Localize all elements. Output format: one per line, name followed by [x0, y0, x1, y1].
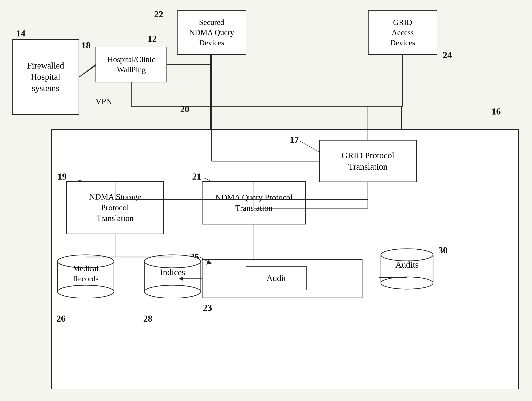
ref-28: 28: [143, 313, 152, 324]
ref-12: 12: [148, 34, 157, 44]
grid-protocol-label: GRID ProtocolTranslation: [342, 150, 394, 173]
audits-cylinder: Audits: [379, 245, 435, 304]
vpn-label: VPN: [95, 97, 112, 106]
medical-records-label: MedicalRecords: [55, 264, 116, 284]
audits-label: Audits: [379, 259, 435, 271]
ndma-query-devices-label: SecuredNDMA QueryDevices: [189, 17, 234, 48]
ndma-query-devices-box: SecuredNDMA QueryDevices: [177, 10, 246, 55]
ref-14: 14: [16, 28, 25, 39]
ref-20: 20: [180, 104, 189, 115]
svg-line-0: [79, 64, 98, 77]
grid-access-devices-label: GRIDAccessDevices: [390, 17, 415, 48]
firewalled-hospital-label: Firewalled Hospital systems: [27, 60, 64, 94]
wallplug-box: Hospital/ClinicWallPlug: [95, 47, 167, 82]
svg-line-36: [79, 65, 95, 77]
svg-point-34: [381, 277, 433, 289]
ref-16: 16: [492, 106, 501, 117]
ref-26: 26: [57, 313, 66, 324]
ref-21: 21: [192, 171, 201, 182]
ref-22: 22: [154, 9, 163, 19]
firewalled-hospital-box: Firewalled Hospital systems: [12, 39, 79, 115]
audit-area-box: Audit: [202, 259, 362, 298]
svg-point-28: [57, 285, 114, 298]
medical-records-cylinder: MedicalRecords: [55, 251, 116, 313]
ref-18: 18: [81, 40, 90, 50]
diagram: Firewalled Hospital systems 14 Hospital/…: [0, 0, 532, 401]
audit-label: Audit: [266, 273, 286, 284]
svg-point-31: [144, 285, 201, 298]
svg-point-32: [144, 255, 201, 268]
ref-24: 24: [443, 50, 452, 60]
indices-cylinder: Indices: [142, 251, 203, 313]
grid-access-devices-box: GRIDAccessDevices: [368, 10, 437, 55]
grid-protocol-box: GRID ProtocolTranslation: [319, 140, 417, 182]
ndma-storage-box: NDMA StorageProtocolTranslation: [66, 181, 164, 234]
wallplug-label: Hospital/ClinicWallPlug: [108, 55, 155, 75]
ref-23: 23: [203, 302, 212, 313]
audit-inner-box: Audit: [246, 266, 307, 290]
indices-label: Indices: [142, 267, 203, 278]
ndma-query-proto-label: NDMA Query ProtocolTranslation: [215, 192, 293, 214]
ndma-storage-label: NDMA StorageProtocolTranslation: [89, 191, 141, 224]
ref-19: 19: [57, 171, 67, 182]
ndma-query-proto-box: NDMA Query ProtocolTranslation: [202, 181, 306, 224]
ref-17: 17: [290, 135, 299, 145]
ref-30: 30: [438, 245, 448, 255]
